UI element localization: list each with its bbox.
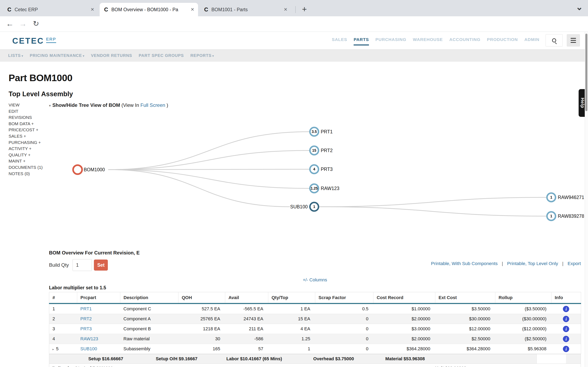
tab-cetec-erp[interactable]: C Cetec ERP ✕ xyxy=(3,3,98,16)
cell-description: Component B xyxy=(120,324,178,334)
cell-cost-record: $1.00000 xyxy=(373,304,435,314)
close-icon[interactable]: ✕ xyxy=(91,7,94,12)
sidemenu-purchasing[interactable]: PURCHASING + xyxy=(9,140,43,146)
cell-scrap-factor: 0.5 xyxy=(315,304,373,314)
tab-title: Cetec ERP xyxy=(15,7,88,12)
cell-scrap-factor: 0 xyxy=(315,324,373,334)
tree-node-raw123[interactable]: 1.25 RAW123 xyxy=(310,184,339,193)
plus-minus-columns-link[interactable]: +/- Columns xyxy=(303,277,327,282)
export-link[interactable]: Export xyxy=(568,261,581,266)
info-icon[interactable]: i xyxy=(563,336,569,342)
nav-warehouse[interactable]: WAREHOUSE xyxy=(413,37,443,45)
expand-row-icon[interactable]: ▸ xyxy=(52,347,54,351)
sidemenu-view[interactable]: VIEW xyxy=(9,102,43,108)
subnav-reports[interactable]: REPORTS▾ xyxy=(190,53,214,58)
cell-cost-record: $2.00000 xyxy=(373,334,435,344)
nav-purchasing[interactable]: PURCHASING xyxy=(375,37,406,45)
back-icon[interactable]: ← xyxy=(4,16,16,32)
tree-toggle-label[interactable]: Show/Hide Tree View of BOM xyxy=(52,102,120,108)
nav-sales[interactable]: SALES xyxy=(332,37,347,45)
nav-production[interactable]: PRODUCTION xyxy=(487,37,518,45)
prcpart-link[interactable]: PRT2 xyxy=(80,316,92,321)
browser-toolbar: ← → ↻ demo.cetecerp.com/part/195/compone… xyxy=(0,16,588,32)
cell-qoh: 30 xyxy=(178,334,225,344)
tree-node-prt3[interactable]: 4 PRT3 xyxy=(310,165,333,174)
tree-node-prt2[interactable]: 15 PRT2 xyxy=(310,146,333,155)
printable-with-subs-link[interactable]: Printable, With Sub Components xyxy=(431,261,498,266)
cell-ext-cost: $30.00000 xyxy=(435,314,495,324)
nav-accounting[interactable]: ACCOUNTING xyxy=(449,37,480,45)
browser-tab-bar: C Cetec ERP ✕ C BOM Overview - BOM1000 -… xyxy=(0,0,588,16)
tree-node-bom1000[interactable]: BOM1000 xyxy=(73,165,105,174)
sidemenu-price-cost[interactable]: PRICE/COST + xyxy=(9,127,43,133)
svg-text:1.25: 1.25 xyxy=(311,186,318,191)
cetec-favicon-icon: C xyxy=(204,7,208,13)
cell-prcpart: RAW123 xyxy=(77,334,120,344)
col-header-info: Info xyxy=(552,292,581,304)
svg-text:4: 4 xyxy=(313,167,315,171)
subnav-vendor-returns[interactable]: VENDOR RETURNS xyxy=(91,53,132,58)
svg-text:15: 15 xyxy=(312,149,316,152)
new-tab-button[interactable]: + xyxy=(299,4,310,15)
prcpart-link[interactable]: PRT1 xyxy=(80,306,92,311)
cell-avail: 211 EA xyxy=(225,324,268,334)
col-header-description: Description xyxy=(120,292,178,304)
svg-text:3.5: 3.5 xyxy=(311,130,317,134)
tab-search-chevron-icon[interactable]: ⌄ xyxy=(576,2,583,12)
hamburger-menu-button[interactable] xyxy=(567,34,580,47)
prcpart-link[interactable]: PRT3 xyxy=(80,326,92,331)
cell-num: 2 xyxy=(49,314,77,324)
tree-node-prt1[interactable]: 3.5 PRT1 xyxy=(310,127,333,136)
info-icon[interactable]: i xyxy=(563,306,569,312)
cetec-erp-logo[interactable]: CETEC ERP xyxy=(12,36,56,45)
svg-text:PRT1: PRT1 xyxy=(321,129,333,134)
tab-bom1001-parts[interactable]: C BOM1001 - Parts ✕ xyxy=(200,3,291,16)
cell-cost-record: $2.00000 xyxy=(373,314,435,324)
scrollbar-thumb[interactable] xyxy=(585,34,587,111)
tree-node-sub100[interactable]: 1 SUB100 xyxy=(290,202,319,211)
cell-qoh: 25765 EA xyxy=(178,314,225,324)
sidemenu-bom-data[interactable]: BOM DATA + xyxy=(9,121,43,127)
info-icon[interactable]: i xyxy=(563,316,569,322)
tree-node-raw8392785[interactable]: 1 RAW8392785 xyxy=(547,212,584,220)
subnav-lists[interactable]: LISTS▾ xyxy=(8,53,23,58)
info-icon[interactable]: i xyxy=(563,346,569,352)
prcpart-link[interactable]: SUB100 xyxy=(80,346,97,351)
cell-description: Component A xyxy=(120,314,178,324)
cell-qoh: 1218 EA xyxy=(178,324,225,334)
printable-top-level-link[interactable]: Printable, Top Level Only xyxy=(507,261,558,266)
subnav-pricing-maintenance[interactable]: PRICING MAINTENANCE▾ xyxy=(30,53,85,58)
tab-bom-overview[interactable]: C BOM Overview - BOM1000 - Pa ✕ xyxy=(100,3,198,16)
sidemenu-sales[interactable]: SALES + xyxy=(9,133,43,140)
close-icon[interactable]: ✕ xyxy=(284,7,287,12)
search-button[interactable] xyxy=(545,34,563,47)
nav-parts[interactable]: PARTS xyxy=(354,37,369,45)
sidemenu-quality[interactable]: QUALITY + xyxy=(9,152,43,158)
full-screen-link[interactable]: Full Screen xyxy=(140,102,165,108)
sidemenu-edit[interactable]: EDIT xyxy=(9,108,43,115)
build-qty-input[interactable] xyxy=(72,259,92,271)
cell-ext-cost: $2.50000 xyxy=(435,334,495,344)
prcpart-link[interactable]: RAW123 xyxy=(80,336,98,341)
cell-description: Raw material xyxy=(120,334,178,344)
sidemenu-activity[interactable]: ACTIVITY + xyxy=(9,146,43,152)
nav-admin[interactable]: ADMIN xyxy=(524,37,539,45)
reload-icon[interactable]: ↻ xyxy=(30,16,42,32)
rollup-label: Rollup for Qty 1 of BOM1000 xyxy=(52,366,113,367)
build-qty-label: Build Qty xyxy=(49,262,69,268)
sidemenu-notes[interactable]: NOTES (0) xyxy=(9,171,43,177)
setup-total: Setup $16.66667 xyxy=(88,354,123,364)
info-icon[interactable]: i xyxy=(563,326,569,332)
sidemenu-revisions[interactable]: REVISIONS xyxy=(9,114,43,121)
set-button[interactable]: Set xyxy=(94,259,108,271)
cell-ext-cost: $12.00000 xyxy=(435,324,495,334)
tree-node-raw9462711[interactable]: 1 RAW9462711 xyxy=(547,193,584,202)
cell-qty-top: 1.25 xyxy=(268,334,315,344)
close-icon[interactable]: ✕ xyxy=(191,7,194,12)
sidemenu-documents[interactable]: DOCUMENTS (1) xyxy=(9,164,43,171)
view-in-suffix: ) xyxy=(167,102,168,108)
svg-text:1: 1 xyxy=(313,205,315,209)
col-header-avail: Avail xyxy=(225,292,268,304)
subnav-part-spec-groups[interactable]: PART SPEC GROUPS xyxy=(139,53,184,58)
sidemenu-maint[interactable]: MAINT + xyxy=(9,158,43,164)
